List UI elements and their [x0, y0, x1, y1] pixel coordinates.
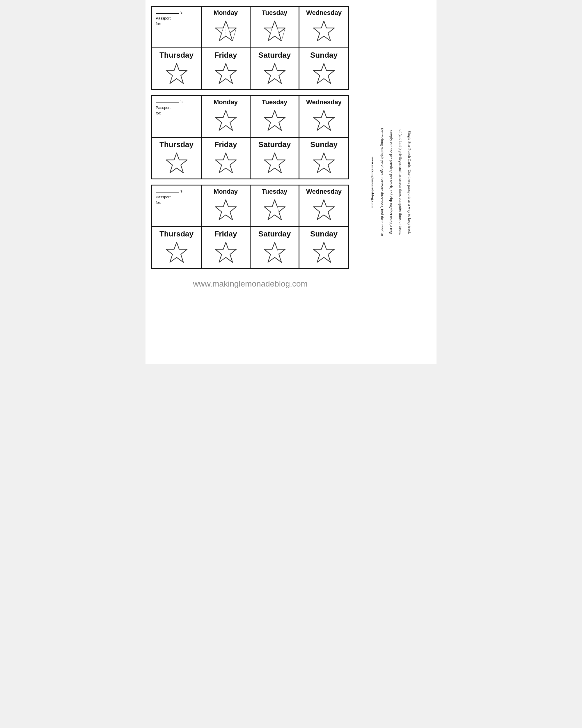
passport-card-3: 's Passport for: Monday Tuesday: [151, 185, 349, 269]
saturday-star-2: [252, 150, 297, 176]
tuesday-star-3: [252, 197, 297, 224]
thursday-cell-1: Thursday: [152, 48, 202, 89]
svg-marker-37: [215, 200, 236, 220]
svg-marker-19: [264, 63, 285, 84]
card-bottom-3: Thursday Friday Sa: [152, 227, 348, 268]
star-icon: [214, 20, 238, 43]
star-icon: [263, 152, 286, 175]
svg-marker-45: [313, 242, 334, 262]
wednesday-label-2: Wednesday: [301, 98, 347, 106]
wednesday-label-3: Wednesday: [301, 188, 347, 196]
thursday-label-3: Thursday: [154, 230, 199, 238]
sunday-cell-1: Sunday: [300, 48, 348, 89]
right-description: Single Star Punch Cards: Use these passp…: [352, 6, 431, 358]
monday-label-1: Monday: [203, 9, 248, 17]
svg-marker-32: [215, 153, 236, 173]
friday-star-2: [203, 150, 248, 176]
wednesday-star-2: [301, 107, 347, 134]
thursday-star-3: [154, 240, 199, 266]
wednesday-label-1: Wednesday: [301, 9, 347, 17]
saturday-label-1: Saturday: [252, 51, 297, 60]
tuesday-star-1: [252, 18, 297, 45]
card-top-3: 's Passport for: Monday Tuesday: [152, 185, 348, 227]
desc-line1: Single Star Punch Cards: Use these passp…: [406, 130, 413, 234]
saturday-cell-1: Saturday: [251, 48, 300, 89]
svg-line-4: [219, 28, 223, 41]
passport-for-label-3: Passport for:: [156, 194, 170, 206]
friday-label-3: Friday: [203, 230, 248, 238]
monday-label-2: Monday: [203, 98, 248, 106]
passport-name-line: 's: [156, 9, 183, 16]
svg-marker-18: [215, 63, 236, 84]
thursday-label-1: Thursday: [154, 51, 199, 60]
friday-label-1: Friday: [203, 51, 248, 60]
card-bottom-1: Thursday Friday: [152, 48, 348, 89]
tuesday-cell-3: Tuesday: [251, 185, 300, 226]
wednesday-cell-3: Wednesday: [300, 185, 348, 226]
svg-marker-24: [215, 110, 236, 130]
friday-star-1: [203, 61, 248, 87]
tuesday-label-2: Tuesday: [252, 98, 297, 106]
friday-cell-1: Friday: [202, 48, 251, 89]
passport-name-line-3: 's: [156, 188, 183, 194]
star-icon: [312, 199, 335, 222]
star-icon: [312, 62, 335, 86]
monday-star-2: [203, 107, 248, 134]
star-icon: [214, 62, 238, 86]
passport-card-2: 's Passport for: Monday Tu: [151, 95, 349, 179]
card-bottom-2: Thursday Friday: [152, 138, 348, 179]
saturday-cell-3: Saturday: [251, 227, 300, 268]
svg-line-8: [277, 28, 279, 33]
passport-info-2: 's Passport for:: [152, 96, 202, 137]
desc-line4: for tracking multiple privileges. For mo…: [379, 128, 386, 236]
passport-info-1: 's Passport for:: [152, 7, 202, 48]
svg-line-25: [226, 110, 228, 118]
thursday-cell-3: Thursday: [152, 227, 202, 268]
saturday-star-1: [252, 61, 297, 87]
left-section: 's Passport for: Monday: [151, 6, 349, 358]
star-icon: [312, 152, 335, 175]
tuesday-cell-2: Tuesday: [251, 96, 300, 137]
svg-line-20: [275, 63, 277, 71]
svg-marker-31: [166, 153, 187, 173]
passport-info-3: 's Passport for:: [152, 185, 202, 226]
friday-star-3: [203, 240, 248, 266]
star-icon: [263, 62, 286, 86]
star-icon: [312, 241, 335, 264]
svg-marker-42: [215, 242, 236, 262]
svg-marker-38: [264, 200, 285, 220]
monday-star-3: [203, 197, 248, 224]
monday-cell-2: Monday: [202, 96, 251, 137]
saturday-star-3: [252, 240, 297, 266]
tuesday-label-1: Tuesday: [252, 9, 297, 17]
wednesday-cell-1: Wednesday: [300, 7, 348, 48]
star-icon: [214, 152, 238, 175]
footer-url: www.makinglemonadeblog.com: [151, 274, 349, 291]
svg-marker-41: [166, 242, 187, 262]
star-icon: [214, 241, 238, 264]
svg-line-5: [215, 28, 222, 33]
svg-line-21: [279, 71, 285, 76]
sunday-cell-2: Sunday: [300, 138, 348, 179]
tuesday-cell-1: Tuesday: [251, 7, 300, 48]
svg-marker-34: [264, 153, 285, 173]
passport-name-line-2: 's: [156, 99, 183, 105]
star-icon: [214, 109, 238, 132]
star-icon: [263, 199, 286, 222]
passport-for-label-2: Passport for:: [156, 105, 170, 116]
friday-label-2: Friday: [203, 140, 248, 149]
sunday-label-2: Sunday: [301, 140, 347, 149]
tuesday-label-3: Tuesday: [252, 188, 297, 196]
svg-marker-28: [264, 110, 285, 130]
star-icon: [263, 20, 286, 43]
svg-line-3: [226, 21, 228, 28]
saturday-label-2: Saturday: [252, 140, 297, 149]
star-icon: [214, 199, 238, 222]
svg-line-1: [228, 28, 230, 33]
passport-card-1: 's Passport for: Monday: [151, 6, 349, 90]
svg-marker-22: [313, 63, 334, 84]
monday-star-1: [203, 18, 248, 45]
star-icon: [165, 241, 188, 264]
svg-marker-15: [166, 63, 187, 84]
wednesday-star-3: [301, 197, 347, 224]
